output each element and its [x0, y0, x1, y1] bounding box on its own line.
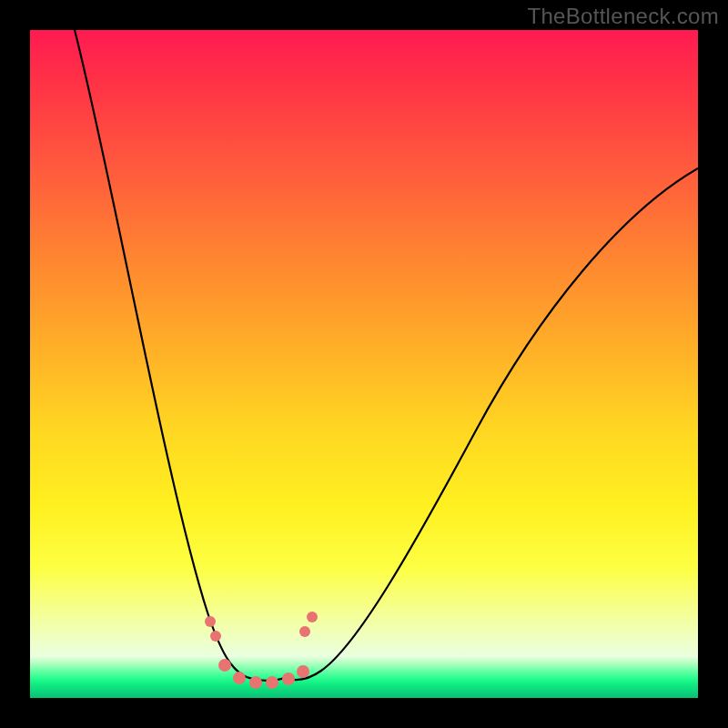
data-point-dot: [297, 665, 309, 678]
bottleneck-curve-left: [75, 30, 285, 681]
bottleneck-curve-right: [285, 168, 698, 680]
curve-overlay: [30, 30, 698, 698]
chart-frame: TheBottleneck.com: [0, 0, 728, 728]
data-point-dot: [249, 676, 262, 689]
data-point-dot: [218, 659, 231, 672]
data-point-dot: [282, 672, 295, 685]
data-point-dot: [233, 672, 246, 684]
data-point-dot: [205, 616, 216, 627]
plot-area: [30, 30, 698, 698]
data-point-dot: [266, 676, 278, 689]
data-point-dot: [299, 626, 310, 637]
watermark-text: TheBottleneck.com: [527, 4, 719, 29]
data-point-dot: [307, 612, 318, 622]
data-point-dot: [210, 631, 221, 642]
